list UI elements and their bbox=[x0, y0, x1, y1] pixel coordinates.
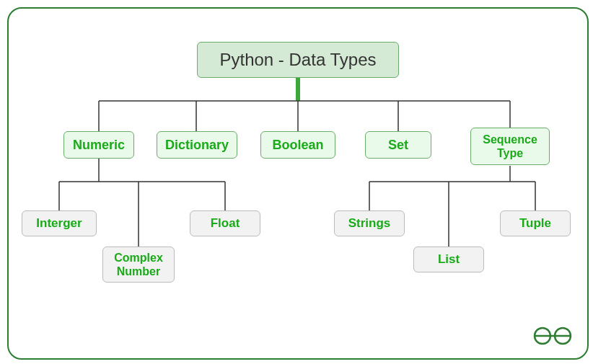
leaf-float-label: Float bbox=[211, 216, 240, 231]
category-sequence-label: Sequence Type bbox=[471, 133, 549, 160]
category-sequence: Sequence Type bbox=[470, 128, 550, 165]
leaf-float: Float bbox=[190, 210, 260, 236]
category-set-label: Set bbox=[388, 138, 408, 153]
leaf-tuple-label: Tuple bbox=[519, 216, 551, 231]
category-set: Set bbox=[365, 131, 431, 159]
leaf-strings-label: Strings bbox=[348, 216, 391, 231]
category-boolean: Boolean bbox=[260, 131, 335, 159]
leaf-tuple: Tuple bbox=[500, 210, 571, 236]
leaf-complex: Complex Number bbox=[102, 247, 175, 283]
leaf-integer-label: Interger bbox=[36, 216, 82, 231]
root-label: Python - Data Types bbox=[219, 50, 376, 70]
category-numeric: Numeric bbox=[63, 131, 134, 159]
leaf-strings: Strings bbox=[334, 210, 405, 236]
root-node: Python - Data Types bbox=[197, 42, 399, 78]
leaf-list-label: List bbox=[438, 252, 460, 267]
leaf-complex-label: Complex Number bbox=[103, 251, 174, 278]
category-dictionary: Dictionary bbox=[157, 131, 237, 159]
leaf-list: List bbox=[413, 247, 484, 272]
diagram-frame: Python - Data Types Numeric Dictionary B… bbox=[7, 7, 589, 360]
geeksforgeeks-logo-icon bbox=[532, 325, 573, 350]
category-boolean-label: Boolean bbox=[272, 138, 323, 153]
category-numeric-label: Numeric bbox=[73, 138, 125, 153]
category-dictionary-label: Dictionary bbox=[165, 138, 229, 153]
leaf-integer: Interger bbox=[22, 210, 97, 236]
